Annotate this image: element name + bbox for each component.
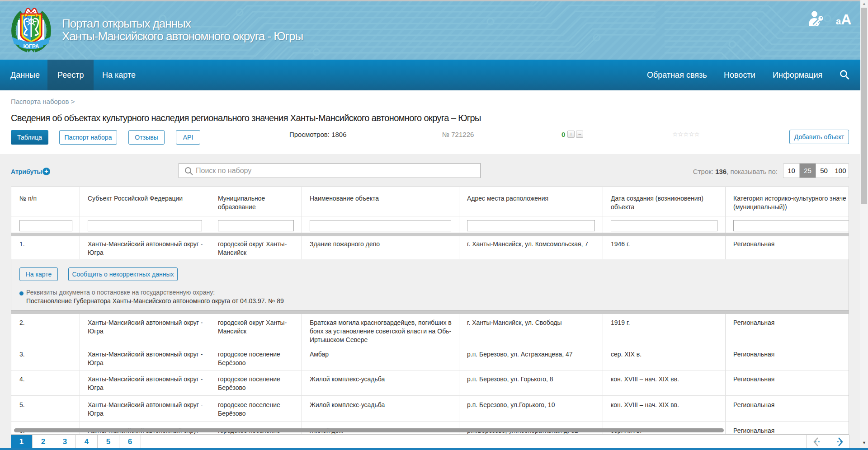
- svg-text:ЮГРА: ЮГРА: [24, 43, 39, 50]
